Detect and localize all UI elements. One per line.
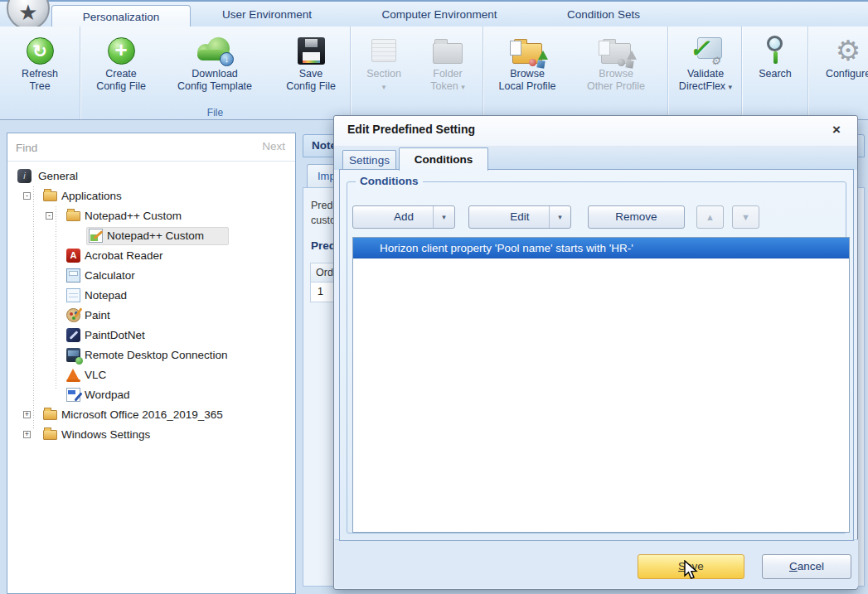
folder-icon bbox=[66, 211, 80, 221]
dropdown-arrow-icon: ▾ bbox=[382, 83, 386, 91]
folder-icon bbox=[43, 410, 57, 420]
remove-condition-button[interactable]: Remove bbox=[588, 205, 685, 229]
ribbon-group-configure: ⚙ Configure bbox=[808, 27, 868, 119]
ribbon-group-refresh: ↻ Refresh Tree bbox=[0, 27, 80, 119]
create-config-file-button[interactable]: + Create Config File bbox=[87, 29, 155, 105]
download-config-template-button[interactable]: ↓ Download Config Template bbox=[157, 29, 273, 105]
tab-personalization[interactable]: Personalization bbox=[51, 5, 191, 28]
paintdotnet-icon bbox=[66, 328, 80, 342]
up-arrow-icon: ▲ bbox=[706, 212, 715, 222]
config-file-icon bbox=[89, 229, 103, 243]
browse-local-profile-button[interactable]: Browse Local Profile bbox=[488, 29, 566, 105]
ribbon-group-editing: Section ▾ Folder Token ▾ bbox=[351, 27, 483, 119]
save-config-file-icon bbox=[298, 37, 325, 65]
add-dropdown-icon[interactable]: ▾ bbox=[433, 206, 454, 228]
dialog-title-bar: Edit Predefined Setting × bbox=[334, 116, 857, 147]
vlc-icon bbox=[66, 368, 80, 382]
configure-button[interactable]: ⚙ Configure bbox=[815, 29, 868, 105]
predefined-settings-label: Pred bbox=[311, 239, 336, 252]
wordpad-icon bbox=[66, 388, 80, 402]
configure-icon: ⚙ bbox=[836, 34, 861, 67]
tree-expander-icon[interactable]: - bbox=[46, 212, 53, 220]
validate-directflex-icon: ✓⚙ bbox=[689, 37, 722, 64]
tree-expander-icon[interactable]: + bbox=[23, 431, 31, 438]
tree-item-general[interactable]: i General bbox=[7, 167, 295, 186]
tree-expander-icon[interactable]: + bbox=[23, 411, 31, 418]
tree-item-calculator[interactable]: Calculator bbox=[7, 266, 295, 286]
notepad-icon bbox=[66, 288, 80, 302]
ribbon-group-label-file: File bbox=[80, 107, 350, 118]
tree-expander-icon[interactable]: - bbox=[23, 192, 31, 200]
dialog-title: Edit Predefined Setting bbox=[347, 123, 475, 136]
move-down-button[interactable]: ▼ bbox=[732, 205, 759, 229]
edit-condition-button[interactable]: Edit ▾ bbox=[468, 205, 571, 229]
find-input[interactable] bbox=[16, 138, 223, 157]
ribbon-group-file: + Create Config File ↓ Download Config T… bbox=[80, 27, 351, 119]
browse-other-profile-button[interactable]: Browse Other Profile bbox=[570, 29, 662, 105]
refresh-tree-button[interactable]: ↻ Refresh Tree bbox=[3, 29, 76, 105]
tree-item-paintdotnet[interactable]: PaintDotNet bbox=[7, 326, 295, 345]
tree-item-notepad[interactable]: Notepad bbox=[7, 286, 295, 306]
conditions-list: Horizon client property 'Pool name' star… bbox=[352, 237, 850, 533]
browse-local-profile-icon bbox=[512, 43, 542, 64]
tab-computer-environment[interactable]: Computer Environment bbox=[348, 2, 531, 28]
section-button[interactable]: Section ▾ bbox=[354, 29, 414, 105]
tree-item-notepad-custom-folder[interactable]: - Notepad++ Custom bbox=[7, 206, 295, 226]
acrobat-reader-icon: A bbox=[66, 249, 80, 263]
conditions-groupbox: Conditions Add ▾ Edit ▾ Remove ▲ ▼ Horiz… bbox=[347, 181, 846, 534]
dialog-tab-conditions[interactable]: Conditions bbox=[399, 147, 488, 171]
general-icon: i bbox=[17, 169, 32, 183]
cancel-button[interactable]: Cancel bbox=[762, 554, 851, 579]
move-up-button[interactable]: ▲ bbox=[696, 205, 724, 229]
folder-token-button[interactable]: Folder Token ▾ bbox=[415, 29, 480, 105]
ribbon-group-validate: ✓⚙ Validate DirectFlex ▾ bbox=[668, 27, 742, 119]
application-window: ★ Personalization User Environment Compu… bbox=[0, 0, 868, 594]
ribbon: ↻ Refresh Tree + Create Config File ↓ Do… bbox=[0, 27, 868, 120]
edit-dropdown-icon[interactable]: ▾ bbox=[549, 206, 570, 228]
down-arrow-icon: ▼ bbox=[741, 212, 750, 222]
refresh-tree-icon: ↻ bbox=[27, 37, 54, 65]
navigation-tree-panel: Next i General - Applications - Notepad+… bbox=[7, 133, 296, 594]
tree-item-notepad-custom-config[interactable]: Notepad++ Custom bbox=[7, 226, 295, 246]
dialog-footer: Save Cancel bbox=[335, 539, 858, 588]
ribbon-group-search: Search bbox=[742, 27, 808, 119]
tree-item-paint[interactable]: Paint bbox=[7, 306, 295, 326]
tree-item-applications[interactable]: - Applications bbox=[7, 186, 295, 206]
find-next-button[interactable]: Next bbox=[262, 140, 285, 152]
application-menu-orb[interactable]: ★ bbox=[7, 0, 50, 30]
tree-item-acrobat-reader[interactable]: A Acrobat Reader bbox=[7, 246, 295, 266]
create-config-file-icon: + bbox=[108, 37, 135, 65]
tree-item-microsoft-office[interactable]: + Microsoft Office 2016_2019_365 bbox=[7, 405, 295, 425]
add-condition-button[interactable]: Add ▾ bbox=[352, 205, 455, 229]
conditions-group-label: Conditions bbox=[356, 175, 423, 187]
remote-desktop-icon bbox=[66, 348, 80, 362]
ribbon-group-profile-browsing: Browse Local Profile Browse Other Profil… bbox=[483, 27, 668, 119]
validate-directflex-button[interactable]: ✓⚙ Validate DirectFlex ▾ bbox=[671, 29, 740, 105]
tree-view: i General - Applications - Notepad++ Cus… bbox=[7, 162, 295, 445]
find-bar: Next bbox=[7, 133, 295, 162]
browse-other-profile-icon bbox=[601, 43, 631, 64]
section-icon bbox=[371, 39, 396, 62]
dropdown-arrow-icon: ▾ bbox=[461, 83, 465, 91]
search-button[interactable]: Search bbox=[747, 29, 803, 105]
tree-item-wordpad[interactable]: Wordpad bbox=[7, 385, 295, 405]
folder-icon bbox=[43, 191, 57, 201]
tree-item-remote-desktop[interactable]: Remote Desktop Connection bbox=[7, 345, 295, 365]
conditions-tab-page: Conditions Add ▾ Edit ▾ Remove ▲ ▼ Horiz… bbox=[339, 169, 854, 541]
calculator-icon bbox=[66, 268, 80, 283]
tree-item-vlc[interactable]: VLC bbox=[7, 365, 295, 385]
tab-condition-sets[interactable]: Condition Sets bbox=[532, 2, 675, 28]
ribbon-tab-strip: ★ Personalization User Environment Compu… bbox=[0, 0, 868, 27]
save-config-file-button[interactable]: Save Config File bbox=[276, 29, 346, 105]
folder-icon bbox=[43, 430, 57, 440]
condition-list-item[interactable]: Horizon client property 'Pool name' star… bbox=[353, 238, 849, 258]
search-icon bbox=[763, 36, 788, 65]
tab-user-environment[interactable]: User Environment bbox=[197, 2, 337, 28]
close-icon[interactable]: × bbox=[827, 121, 846, 139]
mouse-cursor bbox=[683, 560, 701, 585]
download-config-template-icon: ↓ bbox=[196, 36, 234, 65]
folder-token-icon bbox=[433, 43, 463, 64]
tree-item-windows-settings[interactable]: + Windows Settings bbox=[7, 425, 295, 445]
dialog-tab-settings[interactable]: Settings bbox=[342, 150, 396, 170]
edit-predefined-setting-dialog: Edit Predefined Setting × Settings Condi… bbox=[333, 115, 858, 590]
